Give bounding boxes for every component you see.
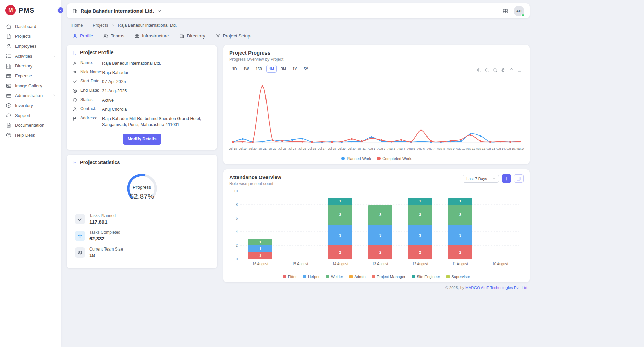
chevron-right-icon: [52, 54, 57, 58]
svg-text:1: 1: [259, 240, 261, 244]
home-icon: [6, 24, 12, 29]
range-button-1m[interactable]: 1M: [266, 65, 277, 73]
svg-text:11 August: 11 August: [452, 262, 468, 266]
sidebar-item-inventory[interactable]: Inventory: [0, 101, 61, 110]
tab-infrastructure[interactable]: Infrastructure: [134, 33, 169, 39]
range-button-3m[interactable]: 3M: [278, 65, 289, 73]
sidebar-item-activities[interactable]: Activities: [0, 51, 61, 61]
svg-text:12 August: 12 August: [412, 262, 428, 266]
legend-item-site-engineer[interactable]: Site Engineer: [412, 275, 440, 279]
sidebar-item-help-desk[interactable]: Help Desk: [0, 130, 61, 140]
tab-project-setup[interactable]: Project Setup: [215, 33, 251, 39]
online-status-dot: [521, 14, 525, 17]
range-button-1y[interactable]: 1Y: [290, 65, 300, 73]
profile-fields: Name:Raja Bahadur International Ltd.Nick…: [72, 59, 212, 130]
attendance-overview-card: Attendance Overview Role-wise present co…: [223, 169, 530, 282]
sidebar-item-dashboard[interactable]: Dashboard: [0, 21, 61, 31]
legend-marker: [446, 275, 450, 278]
svg-text:Jul 30: Jul 30: [348, 147, 356, 150]
legend-item-welder[interactable]: Welder: [326, 275, 343, 279]
sidebar-item-label: Help Desk: [15, 133, 35, 138]
sidebar-item-directory[interactable]: Directory: [0, 61, 61, 71]
table-icon: [516, 176, 521, 181]
svg-text:15 August: 15 August: [292, 262, 308, 266]
menu-icon[interactable]: [517, 67, 522, 73]
tab-teams[interactable]: Teams: [103, 33, 124, 39]
modify-details-button[interactable]: Modify Details: [123, 134, 162, 145]
sidebar-menu: DashboardProjectsEmployeesActivitiesDire…: [0, 21, 61, 140]
legend-label: Site Engineer: [417, 275, 440, 279]
tab-profile[interactable]: Profile: [73, 33, 93, 39]
legend-marker: [303, 275, 306, 278]
profile-field-start-date: Start Date:07-Apr-2025: [72, 77, 212, 86]
sidebar-item-label: Expense: [15, 73, 32, 78]
profile-field-status: Status:Active: [72, 96, 212, 105]
breadcrumb-link-home[interactable]: Home: [71, 23, 83, 28]
sidebar-item-label: Activities: [15, 54, 32, 59]
users-icon: [103, 33, 108, 39]
legend-item-planned-work[interactable]: Planned Work: [341, 156, 371, 161]
sidebar-item-documentation[interactable]: Documentation: [0, 120, 61, 130]
range-button-1w[interactable]: 1W: [241, 65, 252, 73]
breadcrumb-link-projects[interactable]: Projects: [93, 23, 108, 28]
avatar-initials: AD: [516, 9, 522, 13]
svg-text:Jul 27: Jul 27: [318, 147, 326, 150]
legend-item-supervisor[interactable]: Supervisor: [446, 275, 470, 279]
progress-card-title: Project Progress: [229, 50, 524, 56]
apps-grid-button[interactable]: [502, 8, 508, 14]
file-text-icon: [6, 122, 12, 128]
field-label: Contact:: [80, 106, 102, 111]
box-icon: [6, 103, 12, 108]
sidebar-item-expense[interactable]: Expense: [0, 71, 61, 81]
sidebar-collapse-button[interactable]: [57, 7, 64, 14]
flag-icon: [72, 116, 77, 121]
attendance-card-subtitle: Role-wise present count: [229, 181, 281, 186]
zoom-in-icon[interactable]: [476, 67, 481, 73]
logo[interactable]: M PMS: [0, 0, 61, 19]
stat-label: Tasks Planned: [89, 213, 116, 218]
zoom-out-icon[interactable]: [484, 67, 489, 73]
stat-current-team-size: Current Team Size18: [75, 247, 212, 258]
tab-directory[interactable]: Directory: [179, 33, 205, 39]
legend-item-admin[interactable]: Admin: [349, 275, 366, 279]
stat-label: Tasks Completed: [89, 230, 120, 235]
legend-item-completed-work[interactable]: Completed Work: [377, 156, 411, 161]
legend-item-project-manager[interactable]: Project Manager: [372, 275, 405, 279]
svg-text:3: 3: [339, 233, 341, 237]
company-selector[interactable]: Raja Bahadur International Ltd.: [72, 8, 162, 14]
svg-text:2: 2: [236, 243, 238, 247]
avatar[interactable]: AD: [514, 6, 524, 16]
sidebar-item-image-gallery[interactable]: Image Gallery: [0, 81, 61, 91]
progress-line-chart[interactable]: Jul 18Jul 19Jul 20Jul 21Jul 22Jul 23Jul …: [229, 73, 524, 156]
headset-icon: [6, 112, 12, 118]
range-button-5y[interactable]: 5Y: [301, 65, 311, 73]
svg-text:Aug 12: Aug 12: [476, 147, 485, 150]
date-range-select[interactable]: Last 7 Days: [463, 175, 499, 183]
sidebar-item-projects[interactable]: Projects: [0, 31, 61, 41]
hand-icon[interactable]: [501, 67, 506, 73]
topbar: Raja Bahadur International Ltd. AD: [67, 3, 530, 18]
sidebar-item-support[interactable]: Support: [0, 110, 61, 120]
home-icon[interactable]: [509, 67, 514, 73]
stat-value: 18: [89, 252, 123, 258]
legend-label: Helper: [308, 275, 320, 279]
sidebar-item-label: Documentation: [15, 123, 44, 128]
field-label: Start Date:: [80, 79, 102, 84]
range-button-1d[interactable]: 1D: [229, 65, 239, 73]
svg-text:3: 3: [379, 233, 381, 237]
legend-item-helper[interactable]: Helper: [303, 275, 320, 279]
legend-label: Welder: [331, 275, 343, 279]
bar-chart-view-button[interactable]: [502, 174, 511, 183]
svg-text:4: 4: [236, 230, 238, 234]
chevron-right-icon: [86, 24, 90, 27]
legend-item-fitter[interactable]: Fitter: [283, 275, 297, 279]
svg-text:3: 3: [339, 213, 341, 217]
footer-link[interactable]: MARCO AIoT Technologies Pvt. Ltd.: [465, 286, 528, 290]
sidebar-item-administration[interactable]: Administration: [0, 91, 61, 101]
apps-grid-icon: [502, 8, 508, 14]
sidebar-item-employees[interactable]: Employees: [0, 41, 61, 51]
attendance-bar-chart[interactable]: 024681011116 August15 August233114 Augus…: [229, 187, 524, 274]
table-view-button[interactable]: [514, 174, 524, 183]
range-button-15d[interactable]: 15D: [253, 65, 265, 73]
search-icon[interactable]: [493, 67, 498, 73]
